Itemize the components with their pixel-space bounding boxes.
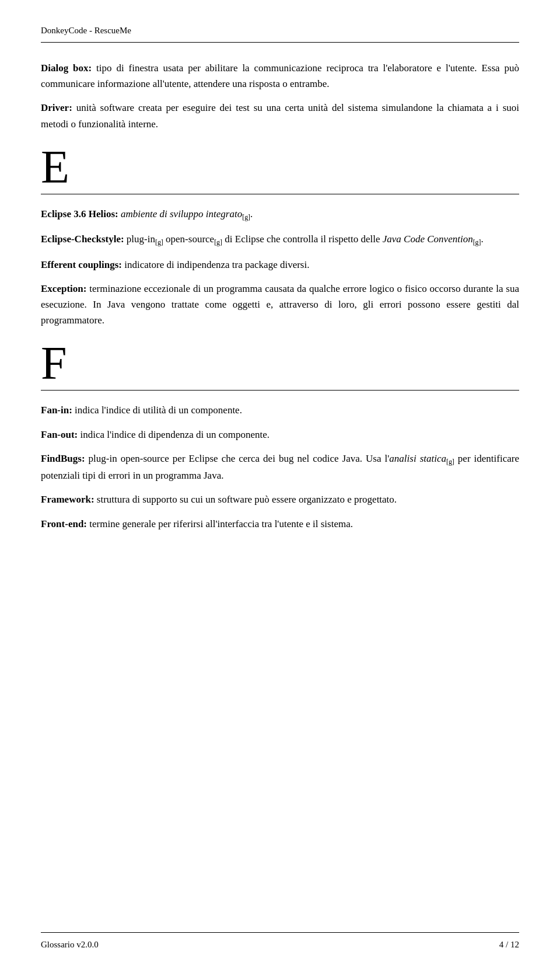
section-divider-f (41, 390, 519, 391)
fan-out-body: indica l'indice di dipendenza di un comp… (78, 429, 270, 440)
term-fan-in: Fan-in: (41, 405, 72, 416)
term-driver: Driver: (41, 102, 72, 113)
page-container: DonkeyCode - RescueMe Dialog box: tipo d… (0, 0, 560, 969)
term-fan-out: Fan-out: (41, 429, 78, 440)
term-exception: Exception: (41, 283, 86, 294)
entry-framework: Framework: struttura di supporto su cui … (41, 492, 519, 507)
eclipse-body-italic: ambiente di sviluppo integrato (118, 208, 242, 219)
exception-body: terminazione eccezionale di un programma… (41, 283, 519, 326)
section-letter-e: E (41, 144, 519, 190)
findbugs-text1: plug-in open-source per Eclipse che cerc… (85, 453, 390, 464)
ecs-text1: plug-in (124, 233, 155, 245)
entry-eclipse: Eclipse 3.6 Helios: ambiente di sviluppo… (41, 206, 519, 223)
footer-left: Glossario v2.0.0 (41, 937, 99, 951)
findbugs-italic: analisi statica (389, 453, 446, 464)
header-title: DonkeyCode - RescueMe (41, 23, 131, 37)
term-frontend: Front-end: (41, 518, 87, 529)
dialog-box-body: tipo di finestra usata per abilitare la … (41, 62, 519, 89)
footer-right: 4 / 12 (499, 937, 519, 951)
frontend-text: Front-end: termine generale per riferirs… (41, 516, 519, 532)
term-dialog-box: Dialog box: (41, 62, 92, 74)
term-findbugs: FindBugs: (41, 453, 85, 464)
efferent-body: indicatore di indipendenza tra package d… (122, 259, 309, 270)
eclipse-period: . (250, 208, 253, 219)
term-eclipse: Eclipse 3.6 Helios: (41, 208, 118, 219)
findbugs-sub: [g] (446, 458, 454, 466)
efferent-text: Efferent couplings: indicatore di indipe… (41, 257, 519, 273)
fan-out-text: Fan-out: indica l'indice di dipendenza d… (41, 427, 519, 442)
entry-dialog-box: Dialog box: tipo di finestra usata per a… (41, 60, 519, 92)
section-divider-e (41, 194, 519, 194)
driver-text: Driver: unità software creata per esegui… (41, 100, 519, 131)
eclipse-sub: [g] (242, 213, 250, 221)
entry-fan-out: Fan-out: indica l'indice di dipendenza d… (41, 427, 519, 442)
entry-findbugs: FindBugs: plug-in open-source per Eclips… (41, 451, 519, 484)
page-header: DonkeyCode - RescueMe (41, 23, 519, 43)
driver-body: unità software creata per eseguire dei t… (41, 102, 519, 129)
ecs-text2: open-source (163, 233, 214, 245)
findbugs-text: FindBugs: plug-in open-source per Eclips… (41, 451, 519, 484)
exception-text: Exception: terminazione eccezionale di u… (41, 281, 519, 329)
fan-in-body: indica l'indice di utilità di un compone… (72, 405, 242, 416)
entry-eclipse-checkstyle: Eclipse-Checkstyle: plug-in[g] open-sour… (41, 231, 519, 248)
entry-fan-in: Fan-in: indica l'indice di utilità di un… (41, 402, 519, 418)
entry-driver: Driver: unità software creata per esegui… (41, 100, 519, 131)
ecs-after: . (481, 233, 484, 245)
ecs-text3: di Eclipse che controlla il rispetto del… (222, 233, 383, 245)
entry-efferent: Efferent couplings: indicatore di indipe… (41, 257, 519, 273)
ecs-sub3: [g] (473, 239, 481, 247)
fan-in-text: Fan-in: indica l'indice di utilità di un… (41, 402, 519, 418)
framework-text: Framework: struttura di supporto su cui … (41, 492, 519, 507)
term-efferent: Efferent couplings: (41, 259, 122, 270)
eclipse-text: Eclipse 3.6 Helios: ambiente di sviluppo… (41, 206, 519, 223)
entry-frontend: Front-end: termine generale per riferirs… (41, 516, 519, 532)
ecs-sub2: [g] (214, 239, 222, 247)
page-footer: Glossario v2.0.0 4 / 12 (41, 932, 519, 951)
entry-exception: Exception: terminazione eccezionale di u… (41, 281, 519, 329)
eclipse-checkstyle-text: Eclipse-Checkstyle: plug-in[g] open-sour… (41, 231, 519, 248)
term-eclipse-checkstyle: Eclipse-Checkstyle: (41, 233, 124, 245)
term-framework: Framework: (41, 494, 94, 505)
ecs-sub1: [g] (155, 239, 163, 247)
framework-body: struttura di supporto su cui un software… (94, 494, 397, 505)
frontend-body: termine generale per riferirsi all'inter… (87, 518, 353, 529)
dialog-box-text: Dialog box: tipo di finestra usata per a… (41, 60, 519, 92)
ecs-italic: Java Code Convention (383, 233, 473, 245)
section-letter-f: F (41, 340, 519, 386)
